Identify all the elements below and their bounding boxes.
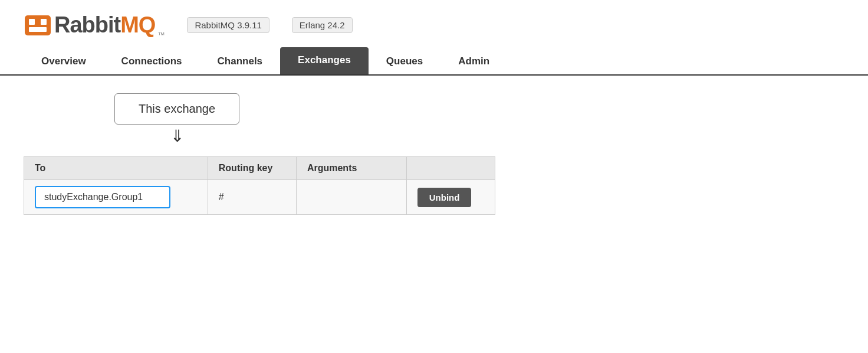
rabbitmq-logo-icon [24, 11, 52, 39]
nav-connections[interactable]: Connections [104, 48, 200, 74]
nav-queues[interactable]: Queues [369, 48, 440, 74]
bindings-table: To Routing key Arguments studyExchange.G… [24, 156, 495, 215]
header: RabbitMQ™ RabbitMQ 3.9.11 Erlang 24.2 [0, 0, 868, 47]
main-content: This exchange ⇓ To Routing key Arguments… [0, 76, 868, 233]
to-value: studyExchange.Group1 [35, 186, 170, 208]
erlang-version-badge: Erlang 24.2 [292, 17, 353, 33]
svg-rect-2 [41, 19, 47, 25]
action-cell: Unbind [406, 180, 495, 215]
exchange-diagram: This exchange ⇓ [94, 93, 259, 145]
unbind-button[interactable]: Unbind [417, 188, 472, 207]
svg-rect-1 [29, 19, 35, 25]
svg-rect-0 [25, 15, 51, 35]
logo: RabbitMQ™ [24, 11, 165, 39]
nav-admin[interactable]: Admin [440, 48, 507, 74]
col-routing-key: Routing key [208, 157, 296, 180]
routing-key-cell: # [208, 180, 296, 215]
nav-exchanges[interactable]: Exchanges [280, 47, 369, 74]
to-cell: studyExchange.Group1 [24, 180, 208, 215]
routing-key-value: # [219, 192, 224, 202]
rabbitmq-version-badge: RabbitMQ 3.9.11 [187, 17, 269, 33]
col-action [406, 157, 495, 180]
nav-overview[interactable]: Overview [24, 48, 104, 74]
nav-channels[interactable]: Channels [200, 48, 281, 74]
main-nav: Overview Connections Channels Exchanges … [0, 47, 868, 76]
svg-rect-3 [29, 27, 47, 32]
logo-mq-text: MQ [120, 12, 155, 38]
table-row: studyExchange.Group1 # Unbind [24, 180, 495, 215]
col-arguments: Arguments [296, 157, 406, 180]
down-arrow-icon: ⇓ [170, 128, 184, 145]
logo-rabbit-text: Rabbit [54, 12, 120, 38]
bindings-table-wrap: To Routing key Arguments studyExchange.G… [24, 156, 844, 215]
logo-tm: ™ [157, 31, 165, 39]
arguments-cell [296, 180, 406, 215]
col-to: To [24, 157, 208, 180]
exchange-box: This exchange [114, 93, 239, 125]
